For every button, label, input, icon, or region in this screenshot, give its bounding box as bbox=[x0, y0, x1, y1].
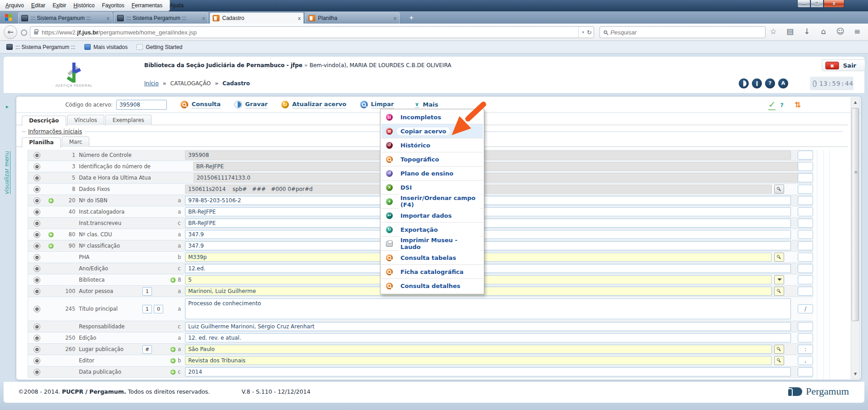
field-value-input[interactable] bbox=[194, 173, 800, 182]
codigo-input[interactable] bbox=[116, 100, 167, 110]
url-dropdown-icon[interactable]: ▾ bbox=[582, 30, 585, 34]
scroll-down-icon[interactable]: ▼ bbox=[852, 370, 859, 378]
menubar-item-histórico[interactable]: Histórico bbox=[70, 1, 98, 10]
menubar-item-ajuda[interactable]: Ajuda bbox=[166, 1, 187, 10]
menubar-item-editar[interactable]: Editar bbox=[28, 1, 49, 10]
menu-item-exporta-o[interactable]: ↻Exportação bbox=[381, 223, 483, 237]
mais-menu-button[interactable]: ∨ Mais bbox=[415, 101, 439, 108]
field-value-input[interactable] bbox=[185, 151, 791, 160]
menu-item-imprimir-museu-laudo[interactable]: Imprimir Museu - Laudo bbox=[381, 237, 483, 251]
browser-tab[interactable]: ::: Sistema Pergamum :::x bbox=[114, 12, 208, 24]
home-icon[interactable]: ⌂ bbox=[819, 27, 828, 36]
field-value-input[interactable] bbox=[185, 333, 791, 342]
add-field-button[interactable]: + bbox=[48, 232, 54, 238]
indicator-box[interactable]: # bbox=[142, 345, 152, 354]
menu-item-inserir-ordenar-campo-f4-[interactable]: +Inserir/Ordenar campo (F4) bbox=[381, 195, 483, 209]
remove-field-button[interactable] bbox=[34, 152, 40, 159]
reload-button[interactable]: ↻ bbox=[587, 29, 592, 36]
tab-planilha[interactable]: Planilha bbox=[22, 137, 61, 148]
field-value-input[interactable] bbox=[185, 207, 791, 216]
remove-field-button[interactable] bbox=[34, 369, 40, 376]
menu-toggle-icon[interactable]: ▸ bbox=[6, 103, 9, 110]
remove-field-button[interactable] bbox=[34, 306, 40, 312]
gravar-button[interactable]: Gravar bbox=[234, 101, 268, 108]
star-icon[interactable]: ☆ bbox=[769, 27, 778, 36]
search-input[interactable] bbox=[610, 29, 746, 36]
tab-close-icon[interactable]: x bbox=[394, 15, 396, 21]
lookup-button[interactable] bbox=[774, 356, 784, 365]
punctuation-box[interactable] bbox=[798, 196, 813, 205]
url-bar[interactable]: https://www2.jf.jus.br/pergamumweb/home_… bbox=[30, 26, 594, 38]
punctuation-box[interactable] bbox=[798, 253, 813, 262]
remove-field-button[interactable] bbox=[34, 243, 40, 249]
browser-tab[interactable]: Cadastrox bbox=[210, 12, 304, 24]
breadcrumb-início[interactable]: Início bbox=[144, 80, 159, 87]
download-icon[interactable]: ↓ bbox=[802, 27, 811, 36]
add-field-button[interactable]: + bbox=[48, 198, 54, 204]
field-value-input[interactable] bbox=[185, 196, 791, 205]
menubar-item-arquivo[interactable]: Arquivo bbox=[2, 1, 28, 10]
remove-field-button[interactable] bbox=[34, 209, 40, 215]
browser-tab[interactable]: ::: Sistema Pergamum :::x bbox=[18, 12, 112, 24]
remove-field-button[interactable] bbox=[34, 220, 40, 227]
remove-field-button[interactable] bbox=[34, 186, 40, 193]
field-value-input[interactable] bbox=[185, 219, 791, 228]
remove-field-button[interactable] bbox=[34, 335, 40, 342]
logout-button[interactable]: Sair bbox=[843, 62, 856, 69]
validate-check-icon[interactable]: ✓ bbox=[768, 99, 775, 110]
tab-close-icon[interactable]: x bbox=[298, 15, 301, 21]
atualizar-acervo-button[interactable]: ↻Atualizar acervo bbox=[281, 101, 346, 108]
help-icon[interactable]: ? bbox=[765, 78, 775, 88]
field-value-input[interactable] bbox=[185, 298, 791, 319]
bookmark-item[interactable]: Getting Started bbox=[133, 43, 186, 51]
remove-field-button[interactable] bbox=[34, 288, 40, 295]
punctuation-box[interactable] bbox=[798, 322, 813, 331]
field-value-input[interactable] bbox=[185, 345, 772, 354]
tab-exemplares[interactable]: Exemplares bbox=[105, 115, 151, 125]
clipboard-icon[interactable]: ▤ bbox=[785, 27, 795, 36]
punctuation-box[interactable]: : bbox=[798, 345, 813, 354]
menu-item-plano-de-ensino[interactable]: ↺Plano de ensino bbox=[381, 166, 483, 181]
sort-updown-icon[interactable]: ⇅ bbox=[795, 100, 801, 109]
bookmark-item[interactable]: ::: Sistema Pergamum ::: bbox=[3, 43, 79, 51]
punctuation-box[interactable] bbox=[798, 162, 813, 171]
tab-close-icon[interactable]: x bbox=[107, 15, 109, 21]
remove-field-button[interactable] bbox=[34, 163, 40, 170]
field-value-input[interactable] bbox=[185, 356, 772, 365]
menu-item-consulta-tabelas[interactable]: Consulta tabelas bbox=[381, 251, 483, 265]
punctuation-box[interactable] bbox=[798, 207, 813, 216]
remove-field-button[interactable] bbox=[34, 231, 40, 238]
lookup-button[interactable] bbox=[774, 345, 784, 354]
field-value-input[interactable] bbox=[193, 162, 799, 171]
tab-marc[interactable]: Marc bbox=[62, 137, 89, 147]
punctuation-box[interactable]: , bbox=[798, 356, 813, 365]
indicator-box[interactable]: 0 bbox=[154, 305, 163, 313]
scrollbar-thumb[interactable] bbox=[852, 108, 859, 321]
punctuation-box[interactable] bbox=[798, 151, 813, 160]
new-tab-button[interactable]: + bbox=[406, 14, 417, 22]
show-menu-link[interactable]: visualizar menu bbox=[4, 134, 13, 211]
menu-item-ficha-catalogr-fica[interactable]: Ficha catalográfica bbox=[381, 265, 483, 279]
accessibility-icon[interactable]: A bbox=[778, 78, 788, 88]
add-subfield-button[interactable]: + bbox=[170, 277, 176, 283]
field-value-input[interactable] bbox=[185, 322, 791, 331]
limpar-button[interactable]: Limpar bbox=[360, 101, 394, 108]
search-box[interactable] bbox=[600, 26, 766, 38]
minimize-button[interactable]: — bbox=[797, 0, 810, 8]
field-value-input[interactable] bbox=[185, 241, 791, 250]
remove-field-button[interactable] bbox=[34, 254, 40, 261]
chat-icon[interactable] bbox=[739, 78, 749, 88]
remove-field-button[interactable] bbox=[34, 357, 40, 364]
add-subfield-button[interactable]: + bbox=[170, 347, 176, 352]
tab-close-icon[interactable]: x bbox=[202, 15, 205, 21]
dropdown-button[interactable] bbox=[774, 275, 784, 284]
add-subfield-button[interactable]: + bbox=[170, 369, 176, 375]
consulta-button[interactable]: Consulta bbox=[180, 101, 220, 108]
remove-field-button[interactable] bbox=[34, 175, 40, 181]
lookup-button[interactable] bbox=[774, 287, 784, 296]
lookup-button[interactable] bbox=[774, 253, 784, 262]
smiley-icon[interactable]: ☺ bbox=[836, 27, 845, 36]
remove-field-button[interactable] bbox=[34, 323, 40, 330]
field-value-input[interactable] bbox=[185, 230, 791, 239]
punctuation-box[interactable]: / bbox=[798, 304, 813, 313]
